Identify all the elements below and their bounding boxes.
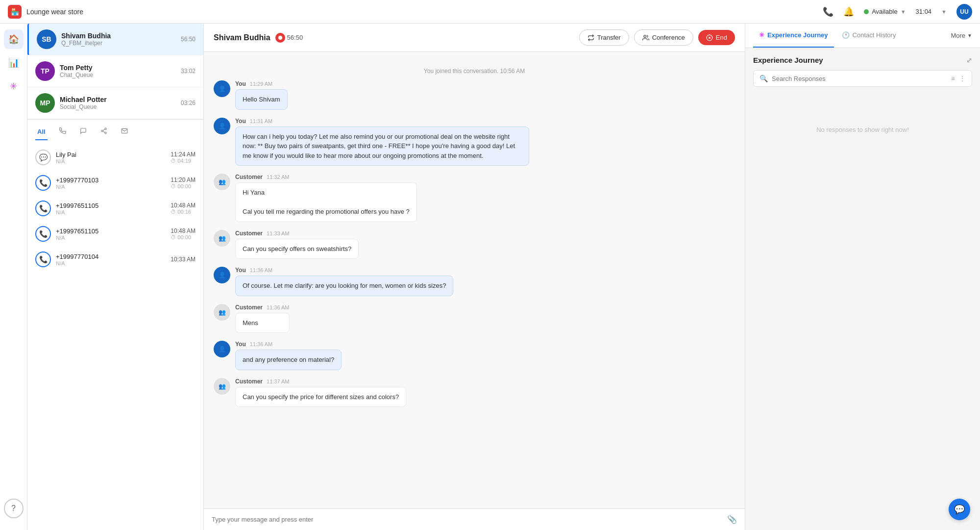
queue-item-q-1[interactable]: 💬 Lily Pai N/A 11:24 AM ⏱ 04:19 [27, 145, 203, 170]
conv-name: Tom Petty [60, 64, 176, 72]
experience-journey-title: Experience Journey ⤢ [753, 56, 972, 64]
chat-actions: Transfer Conference End [579, 29, 735, 46]
conversation-item-conv-2[interactable]: TP Tom Petty Chat_Queue 33:02 [27, 55, 203, 87]
search-responses-input[interactable] [772, 75, 947, 82]
message-time: 11:33 AM [267, 230, 289, 236]
message-row-m-1: 👤 You 11:29 AM Hello Shivam [214, 80, 735, 110]
message-time: 11:31 AM [250, 118, 272, 124]
transfer-button[interactable]: Transfer [579, 29, 629, 46]
message-time: 11:32 AM [267, 174, 289, 180]
queue-info: +19997651105 N/A [56, 227, 166, 241]
chat-area: Shivam Budhia 56:50 Transfer Conference [204, 24, 745, 530]
conv-name: Shivam Budhia [61, 32, 176, 40]
message-avatar: 👤 [214, 80, 230, 97]
queue-time: 11:24 AM [171, 151, 196, 158]
queue-info: +19997770103 N/A [56, 177, 166, 190]
help-icon[interactable]: ? [4, 499, 24, 518]
message-meta: You 11:36 AM [235, 341, 342, 348]
queue-item-q-3[interactable]: 📞 +19997651105 N/A 10:48 AM ⏱ 00:16 [27, 196, 203, 221]
queue-time-block: 11:24 AM ⏱ 04:19 [171, 151, 196, 164]
nav-channels[interactable]: ✳ [4, 76, 24, 96]
message-bubble: Mens [235, 313, 290, 333]
nav-home[interactable]: 🏠 [4, 29, 24, 49]
svg-point-5 [278, 35, 282, 39]
message-sender: You [235, 118, 246, 125]
filter-tab-chat[interactable] [78, 124, 89, 141]
message-meta: Customer 11:32 AM [235, 174, 417, 180]
user-avatar[interactable]: UU [956, 4, 972, 20]
conference-button[interactable]: Conference [634, 29, 693, 46]
conv-avatar: TP [35, 61, 55, 81]
filter-tab-all[interactable]: All [35, 124, 48, 140]
message-sender: Customer [235, 174, 263, 180]
queue-time-block: 10:33 AM [171, 256, 196, 263]
message-bubble: and any preference on material? [235, 350, 342, 370]
queue-time: 10:48 AM [171, 227, 196, 234]
tab-experience-journey[interactable]: ✳ Experience Journey [753, 24, 834, 48]
message-input[interactable] [212, 516, 722, 523]
message-content: Customer 11:37 AM Can you specify the pr… [235, 378, 406, 407]
message-sender: Customer [235, 304, 263, 311]
tab-contact-history[interactable]: 🕐 Contact History [836, 24, 902, 48]
available-dot [864, 9, 869, 14]
tab-more-label: More [951, 32, 965, 39]
message-row-m-6: 👥 Customer 11:36 AM Mens [214, 304, 735, 333]
conv-sub: Chat_Queue [60, 72, 176, 78]
message-sender: Customer [235, 230, 263, 237]
message-row-m-2: 👤 You 11:31 AM How can i help you today?… [214, 118, 735, 166]
conv-avatar: MP [35, 93, 55, 113]
search-responses-bar: 🔍 ≡ ⋮ [753, 70, 972, 87]
conversation-item-conv-1[interactable]: SB Shivam Budhia Q_FBM_ihelper 56:50 [27, 24, 203, 55]
attachment-icon[interactable]: 📎 [727, 515, 737, 524]
message-content: You 11:36 AM Of course. Let me clarify: … [235, 267, 453, 296]
message-bubble: Of course. Let me clarify: are you looki… [235, 276, 453, 296]
queue-item-q-4[interactable]: 📞 +19997651105 N/A 10:48 AM ⏱ 00:00 [27, 221, 203, 247]
conv-sub: Social_Queue [60, 103, 176, 110]
queue-item-q-5[interactable]: 📞 +19997770104 N/A 10:33 AM [27, 247, 203, 272]
filter-icon[interactable]: ≡ [951, 75, 955, 82]
queue-time-block: 11:20 AM ⏱ 00:00 [171, 177, 196, 189]
nav-analytics[interactable]: 📊 [4, 53, 24, 73]
message-meta: You 11:29 AM [235, 80, 288, 87]
conversation-item-conv-3[interactable]: MP Michael Potter Social_Queue 03:26 [27, 87, 203, 119]
filter-tabs: All [27, 119, 203, 141]
message-row-m-4: 👥 Customer 11:33 AM Can you specify offe… [214, 230, 735, 259]
chat-header: Shivam Budhia 56:50 Transfer Conference [204, 24, 745, 52]
end-label: End [716, 34, 727, 41]
queue-time: 10:33 AM [171, 256, 196, 263]
topbar: 🏪 Lounge wear store 📞 🔔 Available ▼ 31:0… [0, 0, 980, 24]
store-name: Lounge wear store [26, 8, 83, 16]
filter-tab-phone[interactable] [57, 124, 68, 141]
message-sender: You [235, 80, 246, 87]
message-avatar: 👤 [214, 267, 230, 283]
filter-tab-social[interactable] [98, 124, 109, 141]
chat-header-left: Shivam Budhia 56:50 [214, 33, 303, 43]
tab-more[interactable]: More ▼ [951, 24, 972, 47]
expand-icon[interactable]: ⤢ [966, 56, 972, 64]
chat-widget-button[interactable]: 💬 [949, 499, 970, 520]
phone-icon[interactable]: 📞 [823, 6, 833, 17]
queue-sub: N/A [56, 235, 166, 241]
queue-name: +19997651105 [56, 227, 166, 235]
filter-tab-email[interactable] [119, 124, 130, 141]
phone-icon: 📞 [35, 175, 51, 191]
message-row-m-8: 👥 Customer 11:37 AM Can you specify the … [214, 378, 735, 407]
more-options-icon[interactable]: ⋮ [959, 75, 966, 82]
queue-name: +19997651105 [56, 202, 166, 209]
queue-info: Lily Pai N/A [56, 151, 166, 164]
phone-icon: 📞 [35, 201, 51, 216]
chat-timer-value: 56:50 [287, 34, 303, 41]
dropdown-icon[interactable]: ▼ [901, 9, 906, 15]
message-avatar: 👥 [214, 174, 230, 190]
queue-item-q-2[interactable]: 📞 +19997770103 N/A 11:20 AM ⏱ 00:00 [27, 170, 203, 196]
svg-point-0 [104, 128, 106, 130]
bell-icon[interactable]: 🔔 [843, 6, 854, 17]
message-bubble: Can you specify the price for different … [235, 387, 406, 407]
queue-time-block: 10:48 AM ⏱ 00:16 [171, 202, 196, 215]
timer-dropdown-icon[interactable]: ▼ [941, 9, 947, 15]
end-button[interactable]: End [698, 30, 735, 45]
main-layout: 🏠 📊 ✳ ? SB Shivam Budhia Q_FBM_ihelper 5… [0, 24, 980, 530]
active-conversations: SB Shivam Budhia Q_FBM_ihelper 56:50 TP … [27, 24, 203, 119]
queue-duration: ⏱ 00:00 [171, 234, 196, 240]
queue-info: +19997770104 N/A [56, 253, 166, 266]
